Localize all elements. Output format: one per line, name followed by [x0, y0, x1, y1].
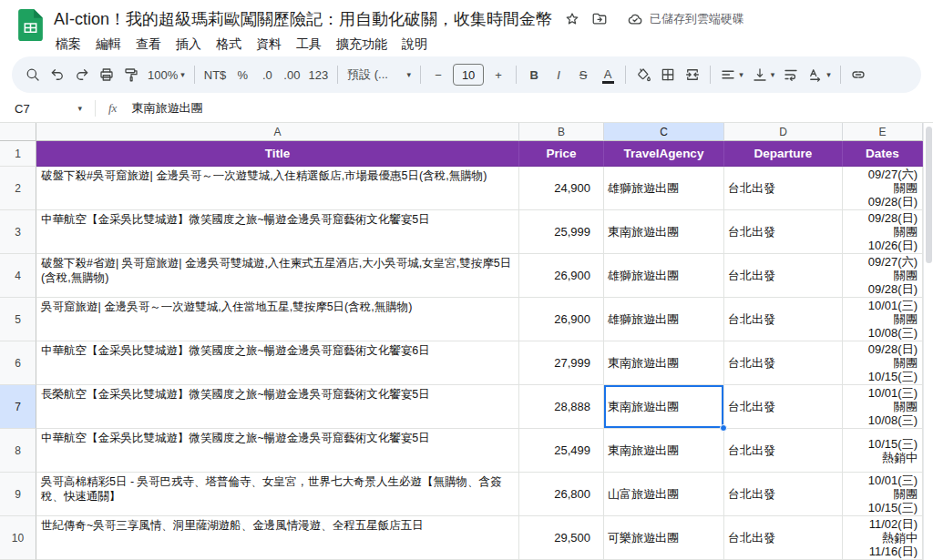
row-header[interactable]: 8	[0, 429, 36, 473]
selected-cell[interactable]: 東南旅遊出團	[604, 385, 724, 429]
row-header[interactable]: 7	[0, 385, 36, 429]
header-cell-departure[interactable]: Departure	[724, 141, 843, 167]
cell-dates[interactable]: 11/02(日) 熱銷中 11/16(日)	[843, 516, 923, 560]
cell-title[interactable]: 破盤下殺#吳哥窟旅遊| 金邊吳哥～一次遊雙城,入住精選飯店,市場最優惠5日(含稅…	[36, 167, 519, 210]
merge-cells-button[interactable]	[681, 63, 704, 87]
cell-dates[interactable]: 10/01(三) 關團 10/08(三)	[843, 385, 923, 429]
row-header[interactable]: 4	[0, 254, 36, 298]
fill-handle[interactable]	[720, 424, 727, 432]
menu-view[interactable]: 查看	[128, 35, 169, 55]
cell-agency[interactable]: 可樂旅遊出團	[604, 516, 724, 560]
cell-departure[interactable]: 台北出發	[724, 429, 843, 473]
row-header[interactable]: 9	[0, 473, 36, 516]
cell-title[interactable]: 吳哥高棉精彩5日 - 吳哥巴戎寺、塔普倫寺、女皇宮，世界七大奇景人生必遊【無購物…	[36, 473, 519, 516]
cell-agency[interactable]: 東南旅遊出團	[604, 429, 724, 473]
name-box[interactable]: C7 ▾	[13, 102, 91, 116]
menu-file[interactable]: 檔案	[48, 35, 88, 55]
cell-agency[interactable]: 雄獅旅遊出團	[604, 298, 724, 341]
cell-title[interactable]: 世紀傳奇~吳哥三享風情、洞里薩湖遊船、金邊風情漫遊、全程五星飯店五日	[36, 516, 519, 560]
cell-price[interactable]: 26,800	[519, 473, 604, 516]
menu-extensions[interactable]: 擴充功能	[329, 35, 395, 55]
search-button[interactable]	[21, 63, 45, 87]
save-status-chip[interactable]: 已儲存到雲端硬碟	[620, 9, 752, 29]
cell-price[interactable]: 25,499	[519, 429, 604, 473]
font-size-input[interactable]: 10	[453, 64, 484, 86]
cell-dates[interactable]: 09/27(六) 關團 09/28(日)	[843, 254, 923, 298]
decrease-decimal-button[interactable]: .0	[255, 63, 279, 87]
italic-button[interactable]: I	[547, 63, 570, 87]
cell-dates[interactable]: 09/27(六) 關團 09/28(日)	[843, 167, 923, 210]
row-header[interactable]: 2	[0, 167, 36, 210]
menu-insert[interactable]: 插入	[169, 35, 209, 55]
font-select[interactable]: 預設 (... ▾	[343, 63, 415, 87]
text-wrap-button[interactable]	[779, 63, 803, 87]
column-header-b[interactable]: B	[519, 123, 604, 141]
cell-dates[interactable]: 10/01(三) 關團 10/08(三)	[843, 298, 923, 341]
redo-button[interactable]	[70, 63, 94, 87]
cell-title[interactable]: 中華航空【金采吳比雙城遊】微笑國度之旅~暢遊金邊吳哥窟藝術文化饗宴5日	[36, 429, 519, 473]
cell-price[interactable]: 29,500	[519, 516, 604, 560]
scrollbar-thumb[interactable]	[926, 127, 932, 263]
menu-edit[interactable]: 編輯	[88, 35, 128, 55]
bold-button[interactable]: B	[522, 63, 546, 87]
cell-agency[interactable]: 東南旅遊出團	[604, 341, 724, 385]
cell-departure[interactable]: 台北出發	[724, 167, 843, 210]
cell-departure[interactable]: 台北出發	[724, 341, 843, 385]
cell-price[interactable]: 25,999	[519, 210, 604, 254]
cell-departure[interactable]: 台北出發	[724, 298, 843, 341]
currency-format-button[interactable]: NT$	[200, 63, 231, 87]
undo-button[interactable]	[46, 63, 69, 87]
percent-format-button[interactable]: %	[231, 63, 254, 87]
cell-price[interactable]: 26,900	[519, 254, 604, 298]
cell-dates[interactable]: 10/15(三) 熱銷中	[843, 429, 923, 473]
menu-help[interactable]: 說明	[395, 35, 435, 55]
column-header-d[interactable]: D	[724, 123, 843, 141]
cell-dates[interactable]: 09/28(日) 關團 10/26(日)	[843, 210, 923, 254]
cell-departure[interactable]: 台北出發	[724, 210, 843, 254]
cell-agency[interactable]: 東南旅遊出團	[604, 210, 724, 254]
cell-agency[interactable]: 山富旅遊出團	[604, 473, 724, 516]
header-cell-agency[interactable]: TravelAgency	[604, 141, 724, 167]
row-header[interactable]: 5	[0, 298, 36, 341]
cell-agency[interactable]: 雄獅旅遊出團	[604, 167, 724, 210]
cell-title[interactable]: 破盤下殺#省遊| 吳哥窟旅遊| 金邊吳哥雙城遊,入住柬式五星酒店,大小吳哥城,女…	[36, 254, 519, 298]
header-cell-price[interactable]: Price	[519, 141, 604, 167]
increase-font-size-button[interactable]: +	[487, 63, 510, 87]
row-header[interactable]: 3	[0, 210, 36, 254]
more-formats-button[interactable]: 123	[304, 63, 332, 87]
cell-departure[interactable]: 台北出發	[724, 473, 843, 516]
strikethrough-button[interactable]: S	[571, 63, 595, 87]
cell-dates[interactable]: 10/01(三) 關團 10/15(三)	[843, 473, 923, 516]
vertical-align-button[interactable]: ▾	[748, 63, 779, 87]
row-header[interactable]: 6	[0, 341, 36, 385]
column-header-e[interactable]: E	[843, 123, 923, 141]
star-button[interactable]	[559, 6, 585, 32]
cell-agency[interactable]: 雄獅旅遊出團	[604, 254, 724, 298]
text-rotation-button[interactable]: ▾	[804, 63, 835, 87]
borders-button[interactable]	[656, 63, 680, 87]
cell-title[interactable]: 長榮航空【金采吳比雙城遊】微笑國度之旅~暢遊金邊吳哥窟藝術文化饗宴5日	[36, 385, 519, 429]
decrease-font-size-button[interactable]: −	[426, 63, 450, 87]
increase-decimal-button[interactable]: .00	[280, 63, 303, 87]
zoom-select[interactable]: 100% ▾	[144, 63, 189, 87]
cell-title[interactable]: 中華航空【金采吳比雙城遊】微笑國度之旅~暢遊金邊吳哥窟藝術文化饗宴5日	[36, 210, 519, 254]
insert-link-button[interactable]	[846, 63, 870, 87]
cell-price[interactable]: 26,900	[519, 298, 604, 341]
cell-dates[interactable]: 09/28(日) 關團 10/15(三)	[843, 341, 923, 385]
horizontal-align-button[interactable]: ▾	[716, 63, 747, 87]
print-button[interactable]	[95, 63, 118, 87]
sheets-logo[interactable]	[18, 9, 43, 56]
fill-color-button[interactable]	[631, 63, 655, 87]
vertical-scrollbar[interactable]	[923, 123, 933, 560]
header-cell-dates[interactable]: Dates	[843, 141, 923, 167]
cell-price[interactable]: 27,999	[519, 341, 604, 385]
menu-tools[interactable]: 工具	[289, 35, 329, 55]
cell-title[interactable]: 中華航空【金采吳比雙城遊】微笑國度之旅~暢遊金邊吳哥窟藝術文化饗宴6日	[36, 341, 519, 385]
cell-departure[interactable]: 台北出發	[724, 254, 843, 298]
paint-format-button[interactable]	[119, 63, 143, 87]
header-cell-title[interactable]: Title	[36, 141, 519, 167]
select-all-corner[interactable]	[0, 123, 36, 141]
document-title[interactable]: AI-ction！我的超級瑪莉歐闖關歷險記：用自動化破關，收集時間金幣	[52, 8, 558, 30]
menu-data[interactable]: 資料	[249, 35, 289, 55]
menu-format[interactable]: 格式	[209, 35, 249, 55]
